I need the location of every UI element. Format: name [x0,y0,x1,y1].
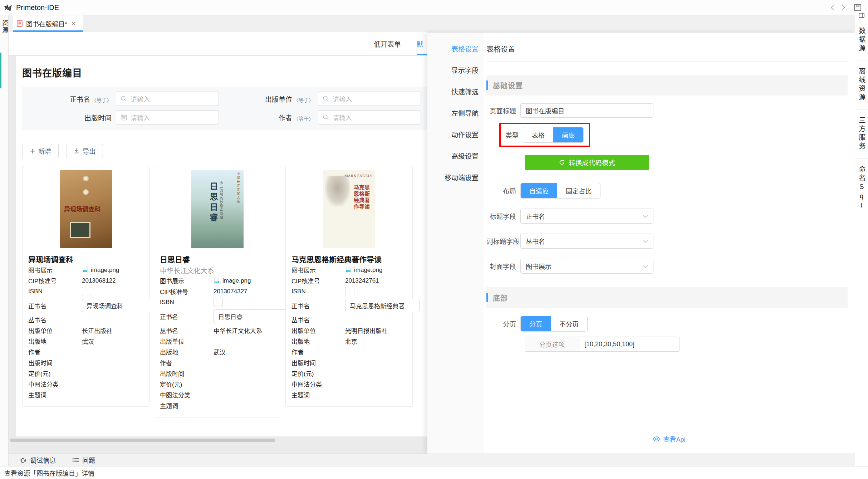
card-field-row: 出版地武汉 [28,336,143,346]
card-field-row: ISBN [28,286,143,297]
book-cover: 中华长江文化大系日思日睿长江流域的妙语与智慧 [191,170,244,248]
card-field-label: 图书展示 [291,265,345,274]
field-text: 武汉 [214,347,226,356]
card-title-input[interactable]: 异现场调查科 [82,299,156,312]
radio-option-固定占比[interactable]: 固定占比 [557,183,600,198]
search-field-label: 出版时间 [22,113,116,122]
book-card[interactable]: MARX ENGELS马克思恩格斯经典著作导读马克思恩格斯经典著作导读图书展示i… [285,166,413,407]
field-text: 中华长江文化大系 [214,326,262,335]
field-text: 2013242761 [345,277,379,284]
card-field-value: 2013068122 [82,277,143,285]
select-label: 标题字段 [486,211,520,221]
section-accent-bar [486,80,488,90]
file-tab-active[interactable]: 图书在版编目* ✕ [13,15,83,32]
card-field-row: 正书名马克思恩格斯经典著 [291,297,407,314]
layout-label: 布局 [486,186,520,195]
card-title-input[interactable]: 马克思恩格斯经典著 [345,299,420,312]
card-field-row: 中图法分类 [28,379,143,389]
card-field-label: 出版单位 [28,326,82,335]
card-field-value [82,348,143,356]
tab-default-form[interactable]: 默 [417,32,427,55]
card-field-label: ISBN [160,299,214,306]
book-card[interactable]: 中华长江文化大系日思日睿长江流域的妙语与智慧日思日睿中华长江文化大系图书展示im… [154,166,281,417]
operator-hint: 〈等于〉 [92,97,112,103]
card-field-label: 丛书名 [291,315,345,324]
right-rail: 数据源离线资源三方服务命名Sql [855,11,868,466]
isbn-checkbox[interactable] [82,287,91,296]
search-form: 正书名〈等于〉请输入出版单位〈等于〉请输入出版时间请输入作者〈等于〉请输入 [22,87,427,130]
card-field-row: 主题词 [291,390,407,400]
card-field-row: 丛书名 [28,314,143,325]
field-select-row: 封面字段图书展示 [486,259,848,274]
card-field-label: 中图法分类 [160,390,214,399]
card-title: 异现场调查科 [28,254,143,264]
history-back-icon[interactable] [827,2,838,13]
radio-option-表格[interactable]: 表格 [523,127,553,142]
field-select[interactable]: 图书展示 [520,259,653,274]
radio-option-分页[interactable]: 分页 [521,316,551,331]
card-field-value: 马克思恩格斯经典著 [345,297,420,314]
search-input[interactable]: 请输入 [318,92,421,106]
rail-item-三方服务[interactable]: 三方服务 [855,109,868,158]
card-field-row: 出版单位 [160,336,275,346]
settings-nav-显示字段[interactable]: 显示字段 [427,59,484,80]
field-select[interactable]: 正书名 [520,209,653,224]
settings-nav-快速筛选[interactable]: 快速筛选 [427,80,484,102]
export-button[interactable]: 导出 [67,144,103,158]
paging-options-input[interactable]: [10,20,30,50,100] [579,337,680,351]
panel-layout-icon[interactable] [855,11,868,20]
card-title: 日思日睿 [160,254,275,264]
settings-nav-表格设置[interactable]: 表格设置 [427,38,484,59]
close-tab-icon[interactable]: ✕ [71,20,76,28]
tab-lowcode-form[interactable]: 低开表单 [374,32,401,55]
cover-title: 异现场调查科 [64,206,100,213]
radio-option-自适应[interactable]: 自适应 [521,183,557,198]
add-button-label: 新增 [38,146,51,156]
page-title-value: 图书在版编目 [526,106,564,115]
page-title-input[interactable]: 图书在版编目 [520,103,653,118]
settings-nav-动作设置[interactable]: 动作设置 [427,123,484,145]
isbn-checkbox[interactable] [345,287,354,296]
operator-hint: 〈等于〉 [294,97,314,103]
history-forward-icon[interactable] [838,2,849,13]
view-api-link[interactable]: 查看Api [653,434,685,444]
card-field-row: 出版地北京 [291,336,407,346]
debug-info-button[interactable]: 调试信息 [20,455,56,465]
rail-item-命名Sql[interactable]: 命名Sql [855,158,868,218]
card-field-value [82,316,143,324]
field-text: 2013074327 [214,288,247,295]
search-input[interactable]: 请输入 [116,92,219,106]
scrollbar-thumb[interactable] [10,439,275,442]
card-field-row: 正书名异现场调查科 [28,297,143,314]
book-card[interactable]: 异现场调查科异现场调查科图书展示image.pngCIP核准号201306812… [22,166,149,407]
settings-nav-左侧导航[interactable]: 左侧导航 [427,102,484,123]
isbn-checkbox[interactable] [214,298,223,307]
paging-label: 分页 [486,319,520,328]
search-input[interactable]: 请输入 [318,110,421,124]
radio-option-不分页[interactable]: 不分页 [551,316,587,331]
card-field-label: 中图法分类 [28,380,82,388]
card-field-label: CIP核准号 [291,276,345,285]
card-field-row: 出版时间 [160,368,275,378]
radio-option-画廊[interactable]: 画廊 [553,127,583,142]
rail-item-离线资源[interactable]: 离线资源 [855,60,868,109]
rail-item-label: 数据源 [857,27,867,53]
problems-button[interactable]: 问题 [72,455,95,465]
search-input[interactable]: 请输入 [116,110,219,124]
resources-rail-label[interactable]: 资源 [0,20,9,34]
page-preview: 图书在版编目 正书名〈等于〉请输入出版单位〈等于〉请输入出版时间请输入作者〈等于… [16,56,427,436]
card-field-value: 异现场调查科 [82,297,156,314]
settings-nav-移动端设置[interactable]: 移动端设置 [427,166,484,188]
field-select[interactable]: 丛书名 [520,234,653,249]
convert-to-code-button[interactable]: 转换成代码模式 [525,155,649,170]
card-title-input[interactable]: 日思日睿 [214,309,288,323]
card-field-row: 出版时间 [28,357,143,368]
card-field-value [214,358,275,367]
card-field-value [82,369,143,378]
operator-hint: 〈等于〉 [294,116,314,122]
cover-title-en: MARX ENGELS [344,173,372,178]
rail-item-数据源[interactable]: 数据源 [855,20,868,60]
settings-nav-高级设置[interactable]: 高级设置 [427,145,484,166]
paging-radio-group: 分页不分页 [520,316,588,332]
add-button[interactable]: 新增 [22,144,59,158]
